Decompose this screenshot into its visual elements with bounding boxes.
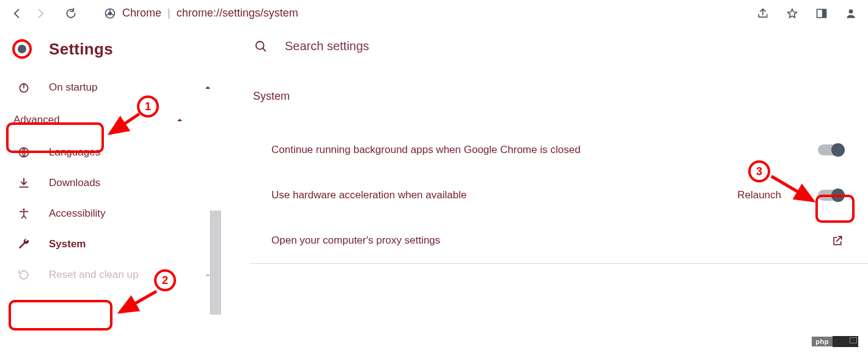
search-placeholder: Search settings bbox=[285, 39, 369, 53]
section-title: System bbox=[251, 90, 868, 103]
sidebar-item-system[interactable]: System bbox=[0, 229, 226, 260]
sidebar-item-languages[interactable]: Languages bbox=[0, 137, 226, 168]
svg-point-1 bbox=[108, 12, 112, 15]
sidebar-item-reset[interactable]: Reset and clean up bbox=[0, 260, 226, 290]
watermark-php: php bbox=[812, 335, 858, 348]
power-icon bbox=[17, 81, 31, 94]
share-icon[interactable] bbox=[757, 7, 769, 20]
sidebar-item-downloads[interactable]: Downloads bbox=[0, 168, 226, 198]
content-area: Settings On startup Advanced Languages bbox=[0, 27, 868, 355]
sidebar-item-on-startup[interactable]: On startup bbox=[0, 72, 226, 103]
download-icon bbox=[17, 177, 31, 189]
svg-rect-3 bbox=[822, 9, 826, 17]
settings-header: Settings bbox=[0, 39, 226, 59]
address-url: chrome://settings/system bbox=[177, 7, 298, 20]
sidebar-item-label: Accessibility bbox=[49, 207, 106, 220]
restore-icon bbox=[17, 269, 31, 281]
bookmark-star-icon[interactable] bbox=[786, 7, 798, 20]
sidebar-item-label: System bbox=[49, 238, 86, 250]
chrome-logo-icon bbox=[104, 7, 116, 20]
sidebar-scrollbar[interactable] bbox=[210, 211, 221, 315]
row-label: Open your computer's proxy settings bbox=[271, 234, 440, 247]
row-label: Continue running background apps when Go… bbox=[271, 144, 581, 156]
sidebar-item-accessibility[interactable]: Accessibility bbox=[0, 198, 226, 229]
open-external-icon bbox=[831, 234, 844, 247]
row-hardware-accel: Use hardware acceleration when available… bbox=[251, 173, 868, 218]
settings-logo-icon bbox=[12, 39, 32, 59]
chevron-up-icon bbox=[176, 116, 183, 124]
toggle-hardware-accel[interactable] bbox=[818, 190, 844, 201]
browser-toolbar: Chrome | chrome://settings/system bbox=[0, 0, 868, 27]
svg-point-7 bbox=[23, 209, 24, 211]
address-app-label: Chrome bbox=[122, 7, 161, 20]
page-title: Settings bbox=[49, 40, 113, 59]
toolbar-right-group bbox=[757, 7, 857, 20]
sidebar-item-label: Downloads bbox=[49, 177, 100, 189]
address-bar[interactable]: Chrome | chrome://settings/system bbox=[104, 7, 298, 20]
row-background-apps: Continue running background apps when Go… bbox=[251, 127, 868, 173]
main-panel: Search settings System Continue running … bbox=[226, 27, 868, 355]
sidebar: Settings On startup Advanced Languages bbox=[0, 27, 226, 355]
search-settings[interactable]: Search settings bbox=[251, 39, 868, 53]
row-proxy-settings[interactable]: Open your computer's proxy settings bbox=[251, 218, 868, 263]
forward-icon[interactable] bbox=[34, 7, 46, 20]
row-label: Use hardware acceleration when available bbox=[271, 189, 466, 201]
sidebar-item-label: Reset and clean up bbox=[49, 269, 139, 281]
profile-icon[interactable] bbox=[845, 7, 857, 20]
sidebar-item-label: Languages bbox=[49, 146, 100, 159]
relaunch-button[interactable]: Relaunch bbox=[737, 189, 781, 201]
address-divider: | bbox=[167, 7, 171, 20]
toggle-background-apps[interactable] bbox=[818, 144, 844, 155]
sidebar-section-label: Advanced bbox=[13, 114, 60, 126]
sidebar-item-label: On startup bbox=[49, 81, 97, 94]
back-icon[interactable] bbox=[11, 7, 23, 20]
watermark-box bbox=[833, 336, 858, 347]
accessibility-icon bbox=[17, 207, 31, 220]
nav-button-group bbox=[11, 7, 77, 20]
search-icon bbox=[254, 40, 268, 53]
globe-icon bbox=[17, 146, 31, 159]
wrench-icon bbox=[17, 237, 31, 251]
watermark-label: php bbox=[812, 337, 833, 346]
reload-icon[interactable] bbox=[65, 7, 77, 20]
settings-list: Continue running background apps when Go… bbox=[251, 127, 868, 264]
sidepanel-icon[interactable] bbox=[815, 7, 828, 20]
svg-point-4 bbox=[849, 9, 853, 13]
chevron-up-icon bbox=[204, 84, 211, 91]
sidebar-section-advanced[interactable]: Advanced bbox=[0, 103, 226, 137]
